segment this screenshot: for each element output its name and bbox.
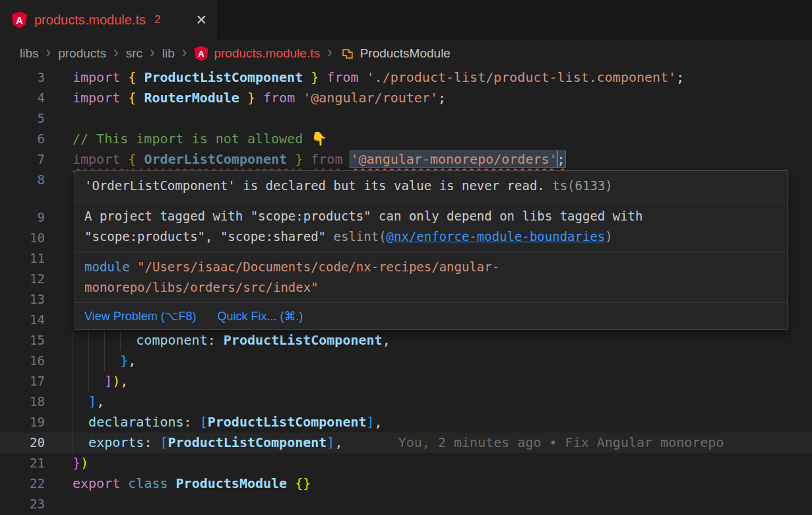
token: ] xyxy=(327,434,334,450)
code-line-3[interactable]: 3import { ProductListComponent } from '.… xyxy=(0,67,812,88)
hover-line: 'OrderListComponent' is declared but its… xyxy=(84,176,778,196)
token: { xyxy=(128,69,136,85)
breadcrumb-src[interactable]: src xyxy=(126,46,142,61)
hover-line: monorepo/libs/orders/src/index" xyxy=(84,277,778,298)
token: , xyxy=(375,414,383,430)
token: : xyxy=(184,414,200,430)
code-line-20[interactable]: 20 exports: [ProductListComponent],You, … xyxy=(0,432,812,453)
line-number: 3 xyxy=(0,67,45,88)
breadcrumb-file[interactable]: products.module.ts xyxy=(214,46,320,61)
code-line-15[interactable]: 15 component: ProductListComponent, xyxy=(0,330,812,351)
token: '@angular-monorepo/orders' xyxy=(350,151,557,167)
breadcrumb-products[interactable]: products xyxy=(58,46,106,61)
breadcrumb: libs › products › src › lib › A products… xyxy=(0,40,812,67)
code-line-6[interactable]: 6// This import is not allowed 👇 xyxy=(0,129,812,149)
token: ProductListComponent xyxy=(136,69,311,85)
code-editor[interactable]: 3import { ProductListComponent } from '.… xyxy=(0,67,812,515)
hover-text: A project tagged with "scope:products" c… xyxy=(84,209,642,223)
line-number: 12 xyxy=(0,269,45,289)
code-content: import { ProductListComponent } from './… xyxy=(73,67,684,88)
code-content: exports: [ProductListComponent],You, 2 m… xyxy=(73,432,724,453)
eslint-rule-link[interactable]: @nx/enforce-module-boundaries xyxy=(387,229,606,244)
code-content: import { OrderListComponent } from '@ang… xyxy=(73,149,565,170)
hover-text: ) xyxy=(605,229,612,244)
token: , xyxy=(334,434,342,450)
chevron-right-icon: › xyxy=(181,45,189,63)
git-blame-annotation: You, 2 minutes ago • Fix Angular monorep… xyxy=(398,434,724,450)
token: class xyxy=(128,475,168,491)
hover-actions: View Problem (⌥F8) Quick Fix... (⌘.) xyxy=(75,303,788,329)
line-number: 21 xyxy=(0,453,45,473)
line-number: 6 xyxy=(0,129,45,149)
angular-icon-letter: A xyxy=(198,49,204,59)
token: ) xyxy=(80,455,88,471)
error-hover-popup: 'OrderListComponent' is declared but its… xyxy=(75,170,788,330)
breadcrumb-libs[interactable]: libs xyxy=(20,46,39,61)
code-line-23[interactable]: 23 xyxy=(0,494,812,514)
token: import xyxy=(73,151,128,167)
indent-guide xyxy=(73,371,73,392)
token: '@angular/router' xyxy=(303,90,438,106)
token: // This import is not allowed 👇 xyxy=(73,131,327,147)
token: ] xyxy=(104,373,112,389)
indent-guide xyxy=(73,351,73,371)
token: : xyxy=(208,332,224,348)
chevron-right-icon: › xyxy=(45,45,53,63)
token: } xyxy=(295,151,303,167)
hover-text: monorepo/libs/orders/src/index" xyxy=(84,280,319,294)
line-number: 14 xyxy=(0,310,45,330)
token xyxy=(73,434,88,450)
token: } xyxy=(120,353,128,368)
hover-text: module xyxy=(84,259,137,274)
token xyxy=(303,151,311,167)
line-number: 7 xyxy=(0,149,45,170)
code-line-7[interactable]: 7import { OrderListComponent } from '@an… xyxy=(0,149,812,170)
token: ) xyxy=(112,373,120,389)
code-line-19[interactable]: 19 declarations: [ProductListComponent], xyxy=(0,412,812,432)
indent-guide xyxy=(73,412,73,432)
code-content: ], xyxy=(73,392,104,412)
close-icon[interactable]: × xyxy=(196,11,206,29)
hover-line: A project tagged with "scope:products" c… xyxy=(84,206,778,226)
quick-fix-action[interactable]: Quick Fix... (⌘.) xyxy=(217,307,303,326)
tab-products-module[interactable]: A products.module.ts 2 × xyxy=(0,0,218,40)
line-number: 15 xyxy=(0,330,45,351)
line-number: 17 xyxy=(0,371,45,392)
code-line-22[interactable]: 22export class ProductsModule {} xyxy=(0,473,812,494)
indent-guide xyxy=(88,371,89,392)
chevron-right-icon: › xyxy=(112,45,120,63)
chevron-right-icon: › xyxy=(326,45,334,63)
token: import xyxy=(73,90,128,106)
code-line-4[interactable]: 4import { RouterModule } from '@angular/… xyxy=(0,88,812,108)
token: ] xyxy=(88,394,96,409)
token: [ xyxy=(200,414,208,430)
token xyxy=(73,414,88,430)
token: [ xyxy=(160,434,168,450)
code-line-21[interactable]: 21}) xyxy=(0,453,812,473)
token xyxy=(295,90,303,106)
tab-problems-badge: 2 xyxy=(154,13,160,26)
line-number: 10 xyxy=(0,228,45,248)
angular-icon-letter: A xyxy=(16,15,23,26)
token: from xyxy=(311,151,342,167)
eslint-error-message: A project tagged with "scope:products" c… xyxy=(75,201,788,252)
view-problem-action[interactable]: View Problem (⌥F8) xyxy=(84,307,196,326)
code-content: // This import is not allowed 👇 xyxy=(73,129,327,149)
breadcrumb-lib[interactable]: lib xyxy=(162,46,175,61)
token: , xyxy=(96,394,104,409)
hover-sections: 'OrderListComponent' is declared but its… xyxy=(75,171,788,303)
code-line-5[interactable]: 5 xyxy=(0,108,812,129)
indent-guide xyxy=(73,392,73,412)
breadcrumb-symbol[interactable]: ProductsModule xyxy=(360,46,451,61)
token xyxy=(342,151,350,167)
token: { xyxy=(128,151,136,167)
code-line-18[interactable]: 18 ], xyxy=(0,392,812,412)
line-number: 4 xyxy=(0,88,45,108)
code-line-17[interactable]: 17 ]), xyxy=(0,371,812,392)
hover-text: eslint( xyxy=(334,229,387,244)
code-line-16[interactable]: 16 }, xyxy=(0,351,812,371)
token: ; xyxy=(676,69,684,85)
token: exports xyxy=(88,434,144,450)
token: './product-list/product-list.component' xyxy=(367,69,677,85)
code-content: export class ProductsModule {} xyxy=(73,473,311,494)
